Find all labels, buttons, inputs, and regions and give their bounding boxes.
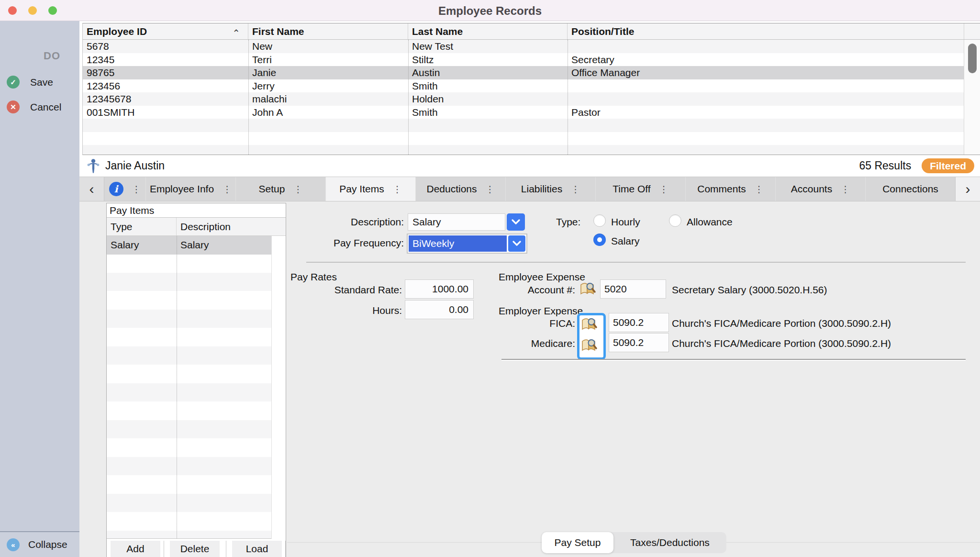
employee-table-region: Employee ID ⌃ First Name Last Name Posit… — [79, 21, 980, 177]
column-divider — [568, 40, 568, 155]
header-scrollbar-gutter — [964, 23, 980, 39]
record-tab-bar: ‹ i ⋮ Employee Info ⋮ Setup ⋮ Pay Items … — [79, 177, 980, 201]
pay-frequency-select[interactable]: BiWeekly — [407, 234, 527, 254]
tab-separator: ⋮ — [755, 185, 764, 194]
tab-pay-items[interactable]: Pay Items ⋮ — [325, 177, 415, 201]
pay-items-scrollbar-gutter[interactable] — [271, 236, 286, 539]
record-name: Janie Austin — [105, 159, 165, 172]
tab-separator: ⋮ — [659, 185, 668, 194]
pay-items-header: Type Description — [107, 218, 286, 236]
tab-separator: ⋮ — [393, 185, 402, 194]
table-scrollbar-thumb[interactable] — [968, 44, 977, 73]
medicare-label: Medicare: — [479, 338, 575, 349]
account-lookup-icon[interactable] — [579, 280, 596, 297]
table-row[interactable]: 5678 New New Test — [83, 40, 964, 53]
fica-account-description: Church's FICA/Medicare Portion (3000.509… — [672, 318, 891, 329]
tab-deductions[interactable]: Deductions ⋮ — [415, 177, 505, 201]
window-title: Employee Records — [0, 4, 980, 18]
table-row[interactable]: 12345678 malachi Holden — [83, 92, 964, 106]
tab-separator: ⋮ — [571, 185, 580, 194]
pay-frequency-dropdown-button[interactable] — [508, 235, 525, 252]
table-row[interactable]: 123456 Jerry Smith — [83, 79, 964, 93]
account-number-input[interactable]: 5020 — [600, 279, 666, 299]
radio-hourly[interactable] — [593, 214, 606, 227]
column-header-first-name[interactable]: First Name — [248, 23, 408, 39]
results-count: 65 Results — [859, 159, 911, 172]
tab-separator: ⋮ — [293, 185, 302, 194]
table-row[interactable]: 001SMITH John A Smith Pastor — [83, 106, 964, 119]
column-header-last-name[interactable]: Last Name — [408, 23, 568, 39]
tab-separator: ⋮ — [841, 185, 850, 194]
radio-salary-label[interactable]: Salary — [611, 235, 640, 247]
fica-account-input[interactable]: 5090.2 — [609, 313, 669, 332]
chevron-down-icon — [512, 241, 522, 246]
medicare-account-input[interactable]: 5090.2 — [609, 333, 669, 352]
pay-items-body: Salary Salary — [107, 236, 271, 539]
tab-setup[interactable]: Setup ⋮ — [235, 177, 325, 201]
pay-frequency-value: BiWeekly — [409, 235, 507, 252]
table-scrollbar-track[interactable] — [964, 40, 980, 155]
radio-hourly-label[interactable]: Hourly — [611, 216, 640, 228]
tab-comments[interactable]: Comments ⋮ — [685, 177, 775, 201]
radio-salary-selected[interactable] — [593, 234, 606, 246]
sort-ascending-icon: ⌃ — [232, 25, 240, 39]
tab-employee-info[interactable]: Employee Info ⋮ — [145, 177, 235, 201]
section-divider — [306, 262, 966, 263]
employer-expense-title: Employer Expense — [499, 305, 583, 317]
pay-items-list-panel: Pay Items Type Description Salary Salary… — [106, 203, 286, 557]
tab-pay-setup[interactable]: Pay Setup — [542, 532, 613, 553]
column-divider — [177, 236, 177, 539]
tab-separator: ⋮ — [223, 185, 232, 194]
account-number-label: Account #: — [479, 284, 575, 296]
column-divider — [408, 40, 409, 155]
delete-pay-item-button[interactable]: Delete — [170, 541, 220, 557]
tab-taxes-deductions[interactable]: Taxes/Deductions — [613, 532, 726, 553]
chevron-down-icon — [511, 219, 521, 225]
pay-items-buttons: Add Delete Load — [107, 541, 286, 557]
tab-time-off[interactable]: Time Off ⋮ — [595, 177, 685, 201]
tab-connections[interactable]: Connections — [865, 177, 955, 201]
save-label: Save — [30, 77, 53, 88]
collapse-chevrons-icon: « — [7, 538, 20, 551]
tabs-scroll-right-button[interactable]: › — [955, 177, 980, 201]
column-header-type[interactable]: Type — [107, 218, 177, 235]
description-dropdown-button[interactable] — [507, 213, 525, 231]
add-pay-item-button[interactable]: Add — [111, 541, 160, 557]
cancel-x-icon: ✕ — [7, 100, 20, 113]
medicare-account-description: Church's FICA/Medicare Portion (3000.509… — [672, 338, 891, 349]
employee-expense-title: Employee Expense — [499, 271, 585, 283]
save-check-icon: ✓ — [7, 76, 20, 89]
hours-input[interactable]: 0.00 — [405, 300, 474, 319]
pay-rates-title: Pay Rates — [290, 271, 337, 283]
column-header-position[interactable]: Position/Title — [568, 23, 964, 39]
pay-items-panel-title: Pay Items — [107, 203, 286, 218]
do-section-header: DO — [44, 50, 60, 62]
type-label: Type: — [556, 216, 580, 228]
action-sidebar: DO ✓ Save ✕ Cancel « Collapse — [0, 21, 79, 557]
pay-item-row-selected[interactable]: Salary Salary — [107, 236, 271, 255]
radio-allowance-label[interactable]: Allowance — [687, 216, 733, 228]
save-button[interactable]: ✓ Save — [7, 76, 53, 89]
tab-liabilities[interactable]: Liabilities ⋮ — [505, 177, 595, 201]
info-icon: i — [109, 182, 123, 196]
collapse-label: Collapse — [28, 539, 67, 550]
standard-rate-input[interactable]: 1000.00 — [405, 279, 474, 299]
table-row-selected[interactable]: 98765 Janie Austin Office Manager — [83, 66, 964, 79]
column-header-description[interactable]: Description — [177, 218, 286, 235]
table-row[interactable]: 12345 Terri Stiltz Secretary — [83, 53, 964, 67]
collapse-sidebar-button[interactable]: « Collapse — [0, 531, 79, 557]
fica-account-lookup-icon[interactable] — [580, 316, 598, 332]
tabs-scroll-left-button[interactable]: ‹ — [79, 177, 104, 201]
fica-label: FICA: — [479, 318, 575, 329]
tab-info[interactable]: i ⋮ — [104, 177, 145, 201]
filtered-badge[interactable]: Filtered — [922, 158, 974, 173]
radio-allowance[interactable] — [669, 214, 681, 227]
load-pay-item-button[interactable]: Load — [232, 541, 282, 557]
employee-table: Employee ID ⌃ First Name Last Name Posit… — [82, 23, 980, 155]
description-label: Description: — [287, 216, 404, 228]
tab-accounts[interactable]: Accounts ⋮ — [775, 177, 865, 201]
description-field[interactable]: Salary — [408, 213, 505, 231]
column-header-employee-id[interactable]: Employee ID ⌃ — [83, 23, 248, 39]
medicare-account-lookup-icon[interactable] — [580, 337, 598, 353]
cancel-button[interactable]: ✕ Cancel — [7, 100, 61, 113]
